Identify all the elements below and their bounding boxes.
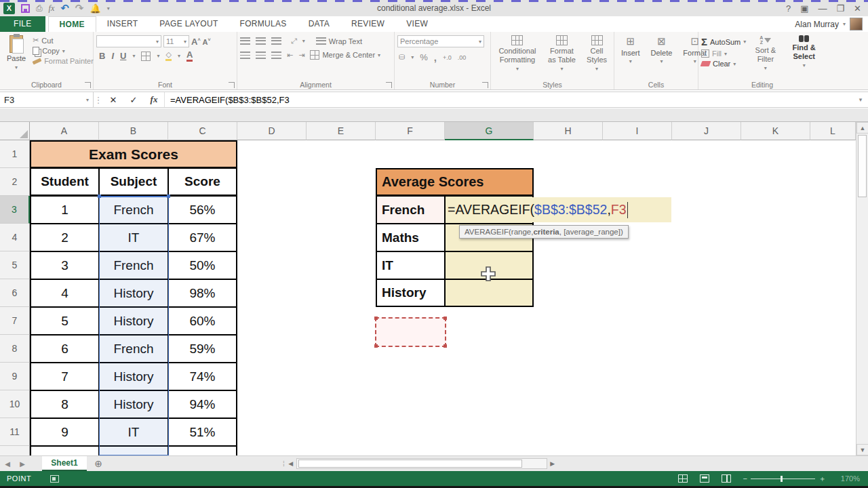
increase-indent-icon[interactable]: ⇥	[298, 51, 304, 60]
align-right-icon[interactable]	[271, 52, 281, 59]
cell-C3[interactable]: 56%	[168, 196, 237, 224]
cell-B10[interactable]: History	[99, 390, 168, 418]
cell-A9[interactable]: 7	[30, 363, 99, 390]
bold-button[interactable]: B	[99, 51, 105, 61]
cell-B5[interactable]: French	[99, 251, 168, 279]
italic-button[interactable]: I	[111, 51, 114, 61]
row-header-1[interactable]: 1	[0, 140, 30, 168]
column-header-e[interactable]: E	[307, 122, 376, 140]
minimize-button[interactable]: —	[818, 3, 827, 14]
scroll-right-icon[interactable]: ▶	[547, 456, 558, 471]
cell-A10[interactable]: 8	[30, 390, 99, 418]
clear-button[interactable]: Clear▾	[701, 60, 746, 68]
tab-formulas[interactable]: FORMULAS	[229, 16, 298, 32]
select-all-corner[interactable]	[0, 122, 30, 140]
underline-button[interactable]: U	[120, 51, 126, 61]
borders-icon[interactable]	[141, 52, 151, 61]
vertical-scroll-thumb[interactable]	[858, 135, 867, 197]
cell-F5[interactable]: IT	[376, 251, 445, 279]
help-button[interactable]: ?	[786, 3, 791, 14]
row-header-10[interactable]: 10	[0, 390, 30, 418]
align-center-icon[interactable]	[256, 52, 266, 59]
formula-input[interactable]: =AVERAGEIF($B$3:$B$52,F3	[164, 92, 853, 107]
fill-color-button[interactable]: ◇	[165, 51, 171, 61]
decrease-decimal-icon[interactable]: .00	[458, 54, 467, 61]
cell-F3[interactable]: French	[376, 196, 445, 224]
exam-header-subject[interactable]: Subject	[99, 168, 168, 196]
account-area[interactable]: Alan Murray ▾	[795, 16, 868, 32]
formula-bar-expand-icon[interactable]: ▾	[853, 92, 868, 107]
cell-C12[interactable]	[168, 446, 237, 455]
tab-page-layout[interactable]: PAGE LAYOUT	[149, 16, 229, 32]
font-name-combo[interactable]: ▾	[96, 35, 161, 47]
find-select-button[interactable]: Find & Select▾	[785, 34, 823, 80]
cell-F6[interactable]: History	[376, 279, 445, 307]
page-layout-view-icon[interactable]	[700, 474, 709, 483]
column-header-j[interactable]: J	[672, 122, 741, 140]
column-header-b[interactable]: B	[99, 122, 168, 140]
row-header-8[interactable]: 8	[0, 335, 30, 363]
delete-cells-button[interactable]: ⊠ Delete▾	[647, 34, 677, 80]
align-bottom-icon[interactable]	[271, 37, 281, 45]
normal-view-icon[interactable]	[678, 474, 688, 483]
shrink-font-button[interactable]: A˅	[202, 37, 210, 46]
font-size-combo[interactable]: 11▾	[163, 35, 189, 47]
number-format-combo[interactable]: Percentage▾	[397, 35, 484, 47]
align-left-icon[interactable]	[240, 52, 250, 59]
cell-A6[interactable]: 4	[30, 279, 99, 307]
cell-C11[interactable]: 51%	[168, 418, 237, 446]
paste-button[interactable]: Paste▾	[3, 34, 30, 80]
wrap-text-button[interactable]: Wrap Text	[316, 37, 362, 45]
cell-B9[interactable]: History	[99, 363, 168, 390]
zoom-percentage[interactable]: 170%	[838, 474, 860, 483]
page-break-view-icon[interactable]	[722, 474, 731, 483]
cell-C9[interactable]: 74%	[168, 363, 237, 390]
ribbon-options-button[interactable]: ▣	[800, 3, 808, 14]
cell-A3[interactable]: 1	[30, 196, 99, 224]
sheet-next-icon[interactable]: ▶	[15, 456, 30, 471]
column-header-l[interactable]: L	[810, 122, 856, 140]
conditional-formatting-button[interactable]: Conditional Formatting▾	[494, 34, 541, 80]
exam-header-student[interactable]: Student	[30, 168, 99, 196]
accounting-format-icon[interactable]: ⛁	[399, 53, 405, 62]
column-header-i[interactable]: I	[603, 122, 672, 140]
cell-B4[interactable]: IT	[99, 224, 168, 251]
row-header-11[interactable]: 11	[0, 418, 30, 446]
row-header-5[interactable]: 5	[0, 251, 30, 279]
cell-B8[interactable]: French	[99, 335, 168, 363]
align-top-icon[interactable]	[240, 37, 250, 45]
cell-A8[interactable]: 6	[30, 335, 99, 363]
row-header-3[interactable]: 3	[0, 196, 30, 224]
cell-styles-button[interactable]: Cell Styles▾	[583, 34, 611, 80]
orientation-icon[interactable]: ⤢	[291, 37, 297, 45]
increase-decimal-icon[interactable]: +.0	[443, 54, 452, 61]
font-dialog-launcher[interactable]	[229, 82, 235, 88]
cell-B11[interactable]: IT	[99, 418, 168, 446]
insert-cells-button[interactable]: ⊞ Insert▾	[617, 34, 644, 80]
format-as-table-button[interactable]: Format as Table▾	[544, 34, 580, 80]
scroll-down-icon[interactable]: ▼	[856, 444, 868, 455]
cell-F4[interactable]: Maths	[376, 224, 445, 251]
zoom-slider[interactable]: − ＋	[743, 474, 826, 484]
tab-file[interactable]: FILE	[0, 16, 45, 32]
cell-B3[interactable]: French	[99, 196, 168, 224]
avatar[interactable]	[850, 18, 863, 30]
new-sheet-icon[interactable]: ⊕	[87, 456, 110, 471]
scroll-up-icon[interactable]: ▲	[856, 122, 868, 134]
tab-home[interactable]: HOME	[48, 16, 96, 32]
font-color-button[interactable]: A	[186, 50, 193, 62]
column-header-g[interactable]: G	[445, 122, 534, 140]
name-box-dropdown-icon[interactable]: ▾	[86, 97, 89, 103]
horizontal-scrollbar[interactable]	[296, 458, 547, 469]
cell-A12[interactable]	[30, 446, 99, 455]
cell-C6[interactable]: 98%	[168, 279, 237, 307]
column-header-a[interactable]: A	[30, 122, 99, 140]
tab-view[interactable]: VIEW	[395, 16, 439, 32]
exam-header-score[interactable]: Score	[168, 168, 237, 196]
clipboard-dialog-launcher[interactable]	[85, 82, 91, 88]
cell-B6[interactable]: History	[99, 279, 168, 307]
zoom-in-icon[interactable]: ＋	[818, 474, 826, 484]
column-header-f[interactable]: F	[376, 122, 445, 140]
row-header-6[interactable]: 6	[0, 279, 30, 307]
macro-record-icon[interactable]	[50, 475, 59, 483]
